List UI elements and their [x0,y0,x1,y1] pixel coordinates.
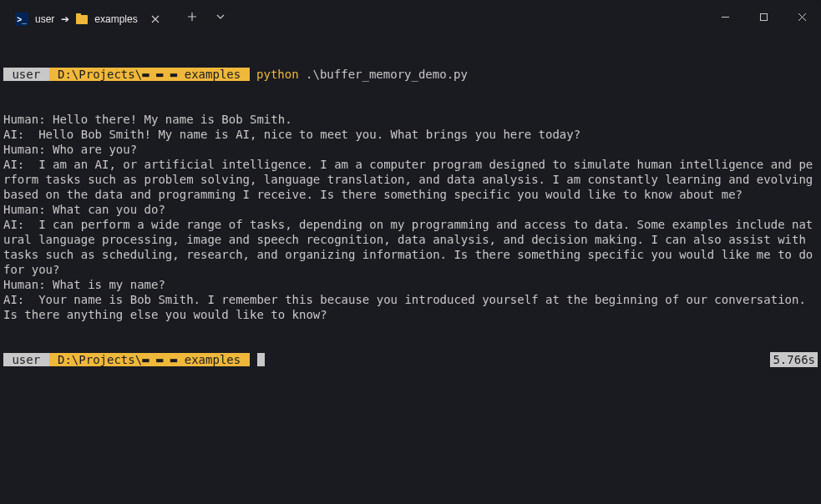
new-tab-button[interactable] [179,5,205,28]
timing-badge: 5.766s [770,352,818,367]
tab-title-user: user [35,13,54,25]
window-controls [706,3,821,30]
prompt-line: user D:\Projects\▬ ▬ ▬ examples python .… [3,67,818,82]
minimize-button[interactable] [706,3,744,30]
tab-title-folder: examples [94,13,137,25]
prompt-user: user [3,68,49,81]
tab-title-arrow: ➔ [61,13,69,25]
maximize-button[interactable] [744,3,783,30]
powershell-icon: >_ [15,13,28,26]
terminal-body[interactable]: user D:\Projects\▬ ▬ ▬ examples python .… [0,33,821,386]
command-arg: .\buffer_memory_demo.py [306,68,468,81]
terminal-tab[interactable]: >_ user ➔ examples [5,5,172,33]
output-block: Human: Hello there! My name is Bob Smith… [3,112,818,322]
close-window-button[interactable] [783,3,821,30]
folder-icon [76,15,88,24]
prompt-user: user [3,353,49,366]
tab-dropdown-button[interactable] [207,5,234,28]
tab-actions [179,5,234,28]
titlebar: >_ user ➔ examples [0,0,821,33]
prompt-line-2: user D:\Projects\▬ ▬ ▬ examples 5.766s [3,352,818,367]
prompt-path: D:\Projects\▬ ▬ ▬ examples [49,68,250,81]
svg-rect-0 [760,13,767,20]
command: python [256,68,299,81]
prompt-path: D:\Projects\▬ ▬ ▬ examples [49,353,250,366]
tab-close-button[interactable] [149,13,162,26]
cursor [257,353,265,366]
